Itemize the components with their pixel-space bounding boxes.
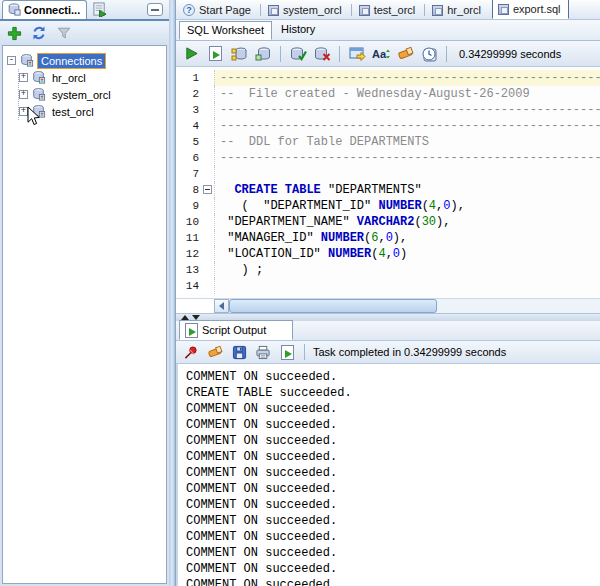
execution-timer: 0.34299999 seconds <box>459 48 561 60</box>
tab-history[interactable]: History <box>274 21 322 40</box>
toolbar-separator <box>446 46 447 62</box>
document-tab-export-sql[interactable]: export.sql <box>492 0 569 19</box>
connections-root-icon <box>19 53 34 69</box>
line-number: 13 <box>176 262 202 278</box>
fold-column <box>202 230 214 246</box>
fold-column <box>202 198 214 214</box>
fold-column <box>202 278 214 294</box>
explain-plan-icon[interactable] <box>230 45 248 63</box>
clear-icon[interactable] <box>396 45 414 63</box>
change-case-icon[interactable]: Aa <box>372 45 390 63</box>
rollback-icon[interactable] <box>313 45 331 63</box>
tab-script-output[interactable]: Script Output <box>179 320 293 340</box>
document-tabbar: ?Start Pagesystem_orcltest_orclhr_orclex… <box>176 0 600 20</box>
tab-sql-worksheet[interactable]: SQL Worksheet <box>179 21 272 40</box>
editor-line: 10 "DEPARTMENT_NAME" VARCHAR2(30), <box>176 214 600 230</box>
print-icon[interactable] <box>254 343 272 361</box>
save-icon[interactable] <box>230 343 248 361</box>
tree-item-hr_orcl[interactable]: +hr_orcl <box>19 69 166 86</box>
fold-column <box>202 86 214 102</box>
fold-collapse-icon[interactable] <box>203 185 212 194</box>
run-script-icon[interactable] <box>206 45 224 63</box>
scrollbar-thumb[interactable] <box>229 299 437 313</box>
add-connection-icon[interactable] <box>5 24 23 42</box>
minimize-panel-button[interactable] <box>147 3 163 16</box>
tab-separator <box>351 4 352 16</box>
fold-column <box>202 134 214 150</box>
reports-icon <box>92 2 107 19</box>
document-tab-system_orcl[interactable]: system_orcl <box>263 1 349 19</box>
to-worksheet-icon[interactable] <box>348 45 366 63</box>
tab-separator <box>424 4 425 16</box>
line-number: 14 <box>176 278 202 294</box>
code-text: ) ; <box>214 262 600 278</box>
line-number: 11 <box>176 230 202 246</box>
expand-icon[interactable]: + <box>19 90 28 99</box>
document-tab-test_orcl[interactable]: test_orcl <box>354 1 423 19</box>
worksheet-icon <box>268 5 279 16</box>
pin-icon[interactable] <box>182 343 200 361</box>
editor-line: 11 "MANAGER_ID" NUMBER(6,0), <box>176 230 600 246</box>
fold-column <box>202 150 214 166</box>
fold-column <box>202 214 214 230</box>
worksheet-icon <box>432 5 443 16</box>
tab-connections[interactable]: Connecti... <box>2 0 87 19</box>
fold-column <box>202 118 214 134</box>
output-line: COMMENT ON succeeded. <box>186 417 600 433</box>
code-text <box>214 278 600 294</box>
task-status: Task completed in 0.34299999 seconds <box>313 346 506 358</box>
expand-icon[interactable]: + <box>19 73 28 82</box>
output-line: COMMENT ON succeeded. <box>186 481 600 497</box>
output-line: CREATE TABLE succeeded. <box>186 385 600 401</box>
document-tab-label: hr_orcl <box>447 4 481 16</box>
tree-item-system_orcl[interactable]: +system_orcl <box>19 86 166 103</box>
output-line: COMMENT ON succeeded. <box>186 497 600 513</box>
commit-icon[interactable] <box>289 45 307 63</box>
code-text: ( "DEPARTMENT_ID" NUMBER(4,0), <box>214 198 600 214</box>
worksheet-icon <box>359 5 370 16</box>
editor-hscrollbar <box>176 298 600 313</box>
tree-item-label: hr_orcl <box>49 71 89 85</box>
app-window: Connecti... -Connections+hr_orcl+system_… <box>0 0 600 586</box>
tree-item-connections[interactable]: -Connections <box>7 52 166 69</box>
scrollbar-track[interactable] <box>437 299 600 313</box>
fold-column <box>202 246 214 262</box>
database-icon <box>31 70 46 86</box>
refresh-icon[interactable] <box>30 24 48 42</box>
tree-item-test_orcl[interactable]: +test_orcl <box>19 103 166 120</box>
database-icon <box>31 87 46 103</box>
filter-icon[interactable] <box>55 24 73 42</box>
line-number: 9 <box>176 198 202 214</box>
sql-editor[interactable]: 1---------------------------------------… <box>176 67 600 313</box>
output-line: COMMENT ON succeeded. <box>186 513 600 529</box>
mouse-cursor <box>27 106 41 129</box>
autotrace-icon[interactable] <box>254 45 272 63</box>
tree-item-label: Connections <box>37 53 106 69</box>
editor-line: 14 <box>176 278 600 294</box>
document-tab-start-page[interactable]: ?Start Page <box>178 1 258 19</box>
code-text: ----------------------------------------… <box>214 150 600 166</box>
query-timing-icon[interactable] <box>420 45 438 63</box>
line-number: 8 <box>176 182 202 198</box>
collapse-icon[interactable]: - <box>7 56 16 65</box>
code-text: ----------------------------------------… <box>214 70 600 86</box>
tab-script-output-label: Script Output <box>202 324 266 336</box>
editor-line: 9 ( "DEPARTMENT_ID" NUMBER(4,0), <box>176 198 600 214</box>
output-tabbar: Script Output <box>176 321 600 341</box>
line-number: 1 <box>176 70 202 86</box>
script-output-body: COMMENT ON succeeded.CREATE TABLE succee… <box>176 364 600 586</box>
tree-item-label: test_orcl <box>49 105 97 119</box>
clear-output-icon[interactable] <box>206 343 224 361</box>
code-text: CREATE TABLE "DEPARTMENTS" <box>214 182 600 198</box>
toolbar-separator <box>339 46 340 62</box>
editor-line: 1---------------------------------------… <box>176 70 600 86</box>
scroll-left-button[interactable] <box>214 299 229 313</box>
fold-column <box>202 182 214 198</box>
tab-reports[interactable] <box>87 1 112 19</box>
worksheet-panel: ?Start Pagesystem_orcltest_orclhr_orclex… <box>175 0 600 586</box>
left-tabbar: Connecti... <box>0 0 169 21</box>
output-toolbar: Task completed in 0.34299999 seconds <box>176 341 600 364</box>
document-tab-hr_orcl[interactable]: hr_orcl <box>427 1 488 19</box>
run-output-icon[interactable] <box>278 343 296 361</box>
run-statement-icon[interactable] <box>182 45 200 63</box>
